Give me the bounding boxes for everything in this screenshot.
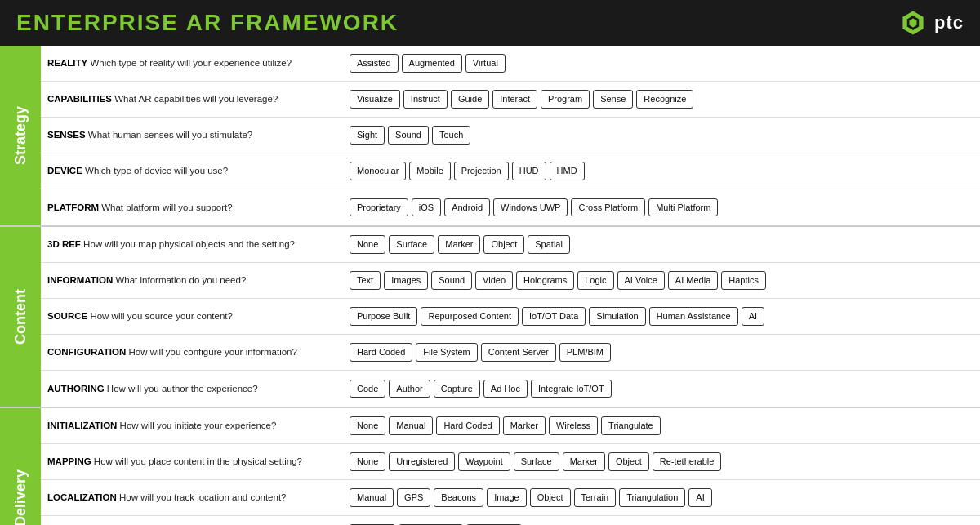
- tag-source-3[interactable]: Simulation: [589, 307, 645, 325]
- tag-reality-0[interactable]: Assisted: [350, 54, 399, 72]
- tag-3dref-2[interactable]: Marker: [438, 235, 480, 253]
- tag-capabilities-4[interactable]: Program: [541, 90, 590, 108]
- tags-localization: ManualGPSBeaconsImageObjectTerrainTriang…: [350, 488, 973, 506]
- tag-platform-4[interactable]: Cross Platform: [571, 198, 645, 216]
- tag-source-1[interactable]: Repurposed Content: [421, 307, 519, 325]
- ptc-logo-icon: [898, 8, 928, 38]
- tag-information-5[interactable]: Logic: [577, 271, 613, 289]
- tags-information: TextImagesSoundVideoHologramsLogicAI Voi…: [350, 271, 973, 289]
- tag-capabilities-5[interactable]: Sense: [593, 90, 633, 108]
- main-content: StrategyREALITY Which type of reality wi…: [0, 46, 980, 525]
- page-title: ENTERPRISE AR FRAMEWORK: [16, 10, 399, 36]
- row-label-reality: REALITY Which type of reality will your …: [47, 57, 350, 69]
- tag-information-6[interactable]: AI Voice: [617, 271, 665, 289]
- tag-reality-2[interactable]: Virtual: [466, 54, 506, 72]
- tag-configuration-0[interactable]: Hard Coded: [350, 343, 412, 361]
- tag-mapping-0[interactable]: None: [350, 452, 385, 470]
- tag-device-3[interactable]: HUD: [512, 162, 546, 180]
- tag-localization-4[interactable]: Object: [530, 488, 571, 506]
- tag-configuration-1[interactable]: File System: [416, 343, 477, 361]
- tag-platform-2[interactable]: Android: [444, 198, 490, 216]
- tag-senses-2[interactable]: Touch: [432, 126, 470, 144]
- tag-platform-1[interactable]: iOS: [412, 198, 441, 216]
- tag-capabilities-2[interactable]: Guide: [451, 90, 489, 108]
- tag-capabilities-6[interactable]: Recognize: [636, 90, 693, 108]
- tag-device-2[interactable]: Projection: [454, 162, 509, 180]
- tag-source-2[interactable]: IoT/OT Data: [522, 307, 586, 325]
- tag-localization-2[interactable]: Beacons: [434, 488, 483, 506]
- row-device: DEVICE Which type of device will you use…: [41, 153, 980, 189]
- tag-source-0[interactable]: Purpose Built: [350, 307, 417, 325]
- tag-initialization-4[interactable]: Wireless: [549, 416, 598, 434]
- tag-capabilities-1[interactable]: Instruct: [403, 90, 448, 108]
- tag-senses-1[interactable]: Sound: [388, 126, 429, 144]
- row-source: SOURCE How will you source your content?…: [41, 299, 980, 335]
- tag-information-2[interactable]: Sound: [431, 271, 472, 289]
- tag-source-5[interactable]: AI: [742, 307, 764, 325]
- tag-mapping-5[interactable]: Object: [608, 452, 649, 470]
- tags-mapping: NoneUnregisteredWaypointSurfaceMarkerObj…: [350, 452, 973, 470]
- tag-configuration-2[interactable]: Content Server: [481, 343, 556, 361]
- section-delivery: DeliveryINITIALIZATION How will you init…: [0, 408, 980, 525]
- row-3dref: 3D REF How will you map physical objects…: [41, 227, 980, 263]
- tag-device-4[interactable]: HMD: [550, 162, 585, 180]
- row-information: INFORMATION What information do you need…: [41, 263, 980, 299]
- tag-authoring-3[interactable]: Ad Hoc: [483, 380, 528, 398]
- tag-3dref-0[interactable]: None: [350, 235, 385, 253]
- tag-localization-5[interactable]: Terrain: [574, 488, 617, 506]
- tag-information-7[interactable]: AI Media: [668, 271, 718, 289]
- row-label-initialization: INITIALIZATION How will you initiate you…: [47, 420, 350, 432]
- tag-mapping-4[interactable]: Marker: [563, 452, 605, 470]
- tag-3dref-4[interactable]: Spatial: [528, 235, 570, 253]
- tag-authoring-0[interactable]: Code: [350, 380, 385, 398]
- tag-authoring-4[interactable]: Integrate IoT/OT: [531, 380, 612, 398]
- tag-configuration-3[interactable]: PLM/BIM: [559, 343, 611, 361]
- tag-mapping-2[interactable]: Waypoint: [458, 452, 510, 470]
- header: ENTERPRISE AR FRAMEWORK ptc: [0, 0, 980, 46]
- tag-device-1[interactable]: Mobile: [409, 162, 450, 180]
- tag-information-0[interactable]: Text: [350, 271, 381, 289]
- tag-device-0[interactable]: Monocular: [350, 162, 406, 180]
- tag-initialization-2[interactable]: Hard Coded: [436, 416, 499, 434]
- tag-localization-3[interactable]: Image: [487, 488, 527, 506]
- tag-3dref-3[interactable]: Object: [483, 235, 524, 253]
- tag-platform-3[interactable]: Windows UWP: [493, 198, 568, 216]
- tag-information-3[interactable]: Video: [475, 271, 513, 289]
- tag-localization-6[interactable]: Triangulation: [619, 488, 685, 506]
- tag-localization-1[interactable]: GPS: [397, 488, 430, 506]
- tag-mapping-6[interactable]: Re-tetherable: [653, 452, 722, 470]
- row-capabilities: CAPABILITIES What AR capabilities will y…: [41, 82, 980, 118]
- row-label-capabilities: CAPABILITIES What AR capabilities will y…: [47, 93, 350, 105]
- tag-initialization-0[interactable]: None: [350, 416, 385, 434]
- tag-initialization-5[interactable]: Triangulate: [601, 416, 661, 434]
- tag-reality-1[interactable]: Augmented: [402, 54, 462, 72]
- tag-senses-0[interactable]: Sight: [350, 126, 385, 144]
- tag-mapping-3[interactable]: Surface: [514, 452, 559, 470]
- tag-capabilities-0[interactable]: Visualize: [350, 90, 400, 108]
- logo-text: ptc: [934, 12, 964, 33]
- row-label-information: INFORMATION What information do you need…: [47, 274, 350, 287]
- tag-platform-0[interactable]: Proprietary: [350, 198, 408, 216]
- row-label-senses: SENSES What human senses will you stimul…: [47, 129, 350, 141]
- tag-authoring-2[interactable]: Capture: [434, 380, 480, 398]
- tag-mapping-1[interactable]: Unregistered: [389, 452, 455, 470]
- section-label-delivery: Delivery: [0, 408, 41, 525]
- section-content: Content3D REF How will you map physical …: [0, 227, 980, 408]
- tag-3dref-1[interactable]: Surface: [389, 235, 434, 253]
- section-rows-content: 3D REF How will you map physical objects…: [41, 227, 980, 407]
- row-transport: TRANSPORT How will you send info from de…: [41, 516, 980, 525]
- tag-localization-7[interactable]: AI: [688, 488, 711, 506]
- tag-initialization-3[interactable]: Marker: [503, 416, 546, 434]
- tags-device: MonocularMobileProjectionHUDHMD: [350, 162, 973, 180]
- tag-source-4[interactable]: Human Assistance: [649, 307, 738, 325]
- row-authoring: AUTHORING How will you author the experi…: [41, 371, 980, 407]
- tag-information-8[interactable]: Haptics: [721, 271, 766, 289]
- tag-information-4[interactable]: Holograms: [516, 271, 574, 289]
- tag-localization-0[interactable]: Manual: [350, 488, 394, 506]
- tag-information-1[interactable]: Images: [384, 271, 428, 289]
- tag-initialization-1[interactable]: Manual: [389, 416, 433, 434]
- tag-authoring-1[interactable]: Author: [389, 380, 430, 398]
- tag-capabilities-3[interactable]: Interact: [492, 90, 537, 108]
- tag-platform-5[interactable]: Multi Platform: [648, 198, 718, 216]
- row-platform: PLATFORM What platform will you support?…: [41, 189, 980, 225]
